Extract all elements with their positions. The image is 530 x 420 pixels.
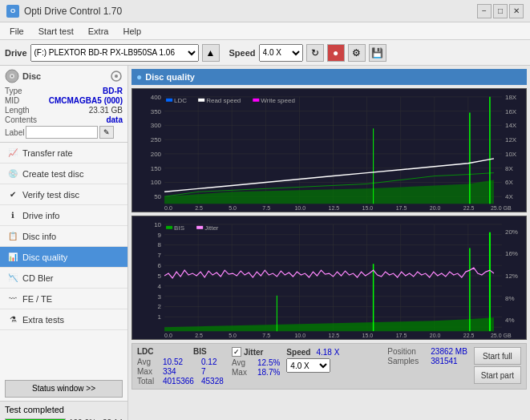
- speed-value: 4.18 X: [316, 348, 339, 357]
- svg-text:5.0: 5.0: [229, 205, 237, 211]
- svg-text:100: 100: [151, 179, 162, 186]
- svg-text:20.0: 20.0: [430, 205, 441, 211]
- nav-label-fe-te: FE / TE: [22, 294, 52, 304]
- jitter-checkbox[interactable]: ✓: [232, 347, 241, 357]
- verify-test-disc-icon: ✔: [6, 188, 19, 201]
- svg-rect-54: [166, 99, 172, 102]
- svg-text:16X: 16X: [505, 108, 517, 115]
- svg-text:14X: 14X: [505, 122, 517, 129]
- svg-text:Jitter: Jitter: [204, 224, 219, 232]
- nav-extra-tests[interactable]: ⚗ Extra tests: [0, 309, 127, 330]
- svg-text:16%: 16%: [505, 250, 518, 257]
- nav-fe-te[interactable]: 〰 FE / TE: [0, 289, 127, 309]
- svg-point-2: [11, 75, 13, 77]
- svg-text:LDC: LDC: [174, 97, 187, 104]
- svg-text:22.5: 22.5: [463, 205, 475, 211]
- svg-text:12.5: 12.5: [328, 333, 339, 338]
- samples-value: 381541: [431, 357, 457, 365]
- extra-tests-icon: ⚗: [6, 313, 19, 326]
- nav-transfer-rate[interactable]: 📈 Transfer rate: [0, 143, 127, 164]
- main-layout: Disc Type BD-R MID CMCMAGBA5 (000) Lengt…: [0, 66, 530, 420]
- nav-cd-bler[interactable]: 📉 CD Bler: [0, 268, 127, 289]
- progress-area: Test completed: [0, 401, 127, 417]
- svg-text:10: 10: [154, 221, 161, 228]
- svg-text:4: 4: [158, 283, 162, 290]
- menu-extra[interactable]: Extra: [82, 25, 115, 38]
- svg-text:17.5: 17.5: [396, 205, 407, 211]
- drive-select[interactable]: (F:) PLEXTOR BD-R PX-LB950SA 1.06: [30, 44, 199, 62]
- jitter-header: Jitter: [244, 348, 263, 357]
- content-area: ● Disc quality: [128, 66, 530, 420]
- svg-text:20%: 20%: [505, 228, 518, 236]
- label-input[interactable]: [26, 126, 98, 139]
- disc-length-row: Length 23.31 GB: [5, 106, 123, 115]
- svg-rect-58: [253, 99, 259, 102]
- speed-select[interactable]: 4.0 X: [259, 44, 303, 62]
- contents-label: Contents: [5, 115, 37, 124]
- nav-drive-info[interactable]: ℹ Drive info: [0, 205, 127, 226]
- menu-file[interactable]: File: [3, 25, 30, 38]
- label-edit-button[interactable]: ✎: [99, 126, 114, 139]
- menu-help[interactable]: Help: [116, 25, 148, 38]
- svg-text:0.0: 0.0: [164, 205, 172, 211]
- svg-text:5: 5: [158, 273, 162, 280]
- nav-label-verify-test-disc: Verify test disc: [22, 190, 79, 200]
- svg-text:4X: 4X: [505, 193, 513, 200]
- nav-disc-info[interactable]: 📋 Disc info: [0, 226, 127, 247]
- save-button[interactable]: 💾: [369, 44, 386, 62]
- scan-button[interactable]: ●: [327, 44, 345, 62]
- ldc-bis-stats: LDC BIS Avg 10.52 0.12 Max 334 7 Total: [137, 347, 225, 386]
- nav-list: 📈 Transfer rate 💿 Create test disc ✔ Ver…: [0, 143, 127, 377]
- eject-button[interactable]: ▲: [202, 44, 220, 62]
- drive-info-icon: ℹ: [6, 209, 19, 222]
- svg-text:Write speed: Write speed: [261, 97, 295, 104]
- svg-text:25.0 GB: 25.0 GB: [491, 205, 512, 211]
- max-jitter-value: 18.7%: [257, 368, 280, 377]
- progress-bar-row: 100.0% 33:14: [0, 417, 127, 420]
- contents-value: data: [106, 115, 123, 124]
- speed-label: Speed: [229, 48, 256, 58]
- speed-select-dropdown[interactable]: 4.0 X: [286, 358, 330, 373]
- svg-text:2.5: 2.5: [195, 333, 203, 338]
- disc-icon: [5, 69, 19, 83]
- start-full-button[interactable]: Start full: [474, 347, 521, 365]
- svg-text:200: 200: [151, 151, 162, 158]
- menu-start-test[interactable]: Start test: [32, 25, 80, 38]
- svg-text:12.5: 12.5: [328, 205, 339, 211]
- nav-label-create-test-disc: Create test disc: [22, 169, 83, 179]
- nav-disc-quality[interactable]: 📊 Disc quality: [0, 247, 127, 268]
- position-label: Position: [387, 347, 427, 356]
- avg-jitter-label: Avg: [232, 358, 254, 367]
- avg-bis-value: 0.12: [201, 357, 216, 366]
- svg-text:6X: 6X: [505, 179, 513, 186]
- disc-quality-icon: 📊: [6, 251, 19, 264]
- minimize-button[interactable]: −: [477, 4, 492, 18]
- dq-header: ● Disc quality: [131, 69, 527, 85]
- disc-settings-icon: [110, 70, 123, 83]
- close-button[interactable]: ✕: [509, 4, 524, 18]
- cd-bler-icon: 📉: [6, 272, 19, 285]
- svg-text:300: 300: [151, 122, 162, 129]
- status-window-button[interactable]: Status window >>: [5, 380, 123, 398]
- nav-verify-test-disc[interactable]: ✔ Verify test disc: [0, 184, 127, 205]
- samples-label: Samples: [387, 357, 427, 365]
- refresh-button[interactable]: ↻: [306, 44, 324, 62]
- svg-text:12X: 12X: [505, 136, 517, 143]
- options-button[interactable]: ⚙: [348, 44, 366, 62]
- disc-info-icon: 📋: [6, 230, 19, 243]
- position-value: 23862 MB: [431, 347, 467, 356]
- start-part-button[interactable]: Start part: [474, 366, 521, 384]
- svg-text:350: 350: [151, 108, 162, 115]
- right-stats-area: Position 23862 MB Samples 381541 Start f…: [346, 347, 521, 384]
- svg-text:9: 9: [158, 232, 162, 239]
- svg-text:8%: 8%: [505, 295, 515, 302]
- nav-create-test-disc[interactable]: 💿 Create test disc: [0, 164, 127, 184]
- svg-text:10.0: 10.0: [294, 333, 305, 338]
- disc-mid-row: MID CMCMAGBA5 (000): [5, 96, 123, 105]
- svg-text:1: 1: [158, 313, 162, 321]
- nav-label-extra-tests: Extra tests: [22, 315, 64, 325]
- svg-rect-114: [196, 226, 203, 229]
- svg-text:10.0: 10.0: [294, 205, 305, 211]
- maximize-button[interactable]: □: [493, 4, 508, 18]
- drive-label: Drive: [5, 48, 27, 58]
